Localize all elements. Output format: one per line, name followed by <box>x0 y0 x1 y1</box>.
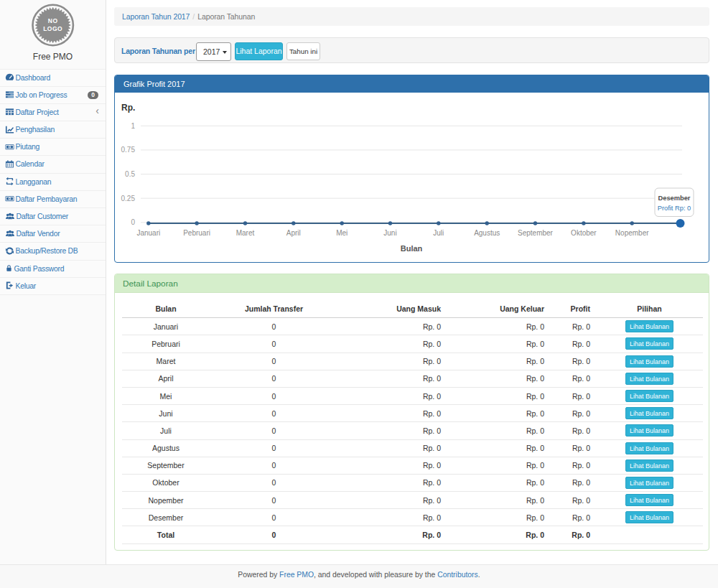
svg-text:Bulan: Bulan <box>401 244 423 253</box>
svg-text:April: April <box>286 229 301 237</box>
svg-text:Nopember: Nopember <box>615 229 649 237</box>
svg-text:0: 0 <box>131 218 135 226</box>
svg-text:Juli: Juli <box>433 229 444 237</box>
svg-text:Rp.: Rp. <box>121 103 135 113</box>
svg-text:September: September <box>518 229 554 237</box>
svg-text:Maret: Maret <box>236 229 255 237</box>
svg-text:Agustus: Agustus <box>474 229 500 237</box>
svg-text:Juni: Juni <box>383 229 396 237</box>
svg-text:Profit Rp: 0: Profit Rp: 0 <box>658 205 691 212</box>
svg-text:LOGO: LOGO <box>43 25 62 32</box>
svg-text:0.75: 0.75 <box>121 146 136 154</box>
svg-text:NO: NO <box>48 17 58 24</box>
svg-text:Mei: Mei <box>336 229 348 237</box>
svg-text:0.5: 0.5 <box>125 170 135 178</box>
svg-text:0.25: 0.25 <box>121 195 136 202</box>
svg-text:1: 1 <box>131 122 135 130</box>
svg-text:Desember: Desember <box>658 195 691 202</box>
svg-text:Januari: Januari <box>136 229 160 237</box>
svg-text:Oktober: Oktober <box>571 229 597 237</box>
svg-text:Pebruari: Pebruari <box>183 229 210 237</box>
